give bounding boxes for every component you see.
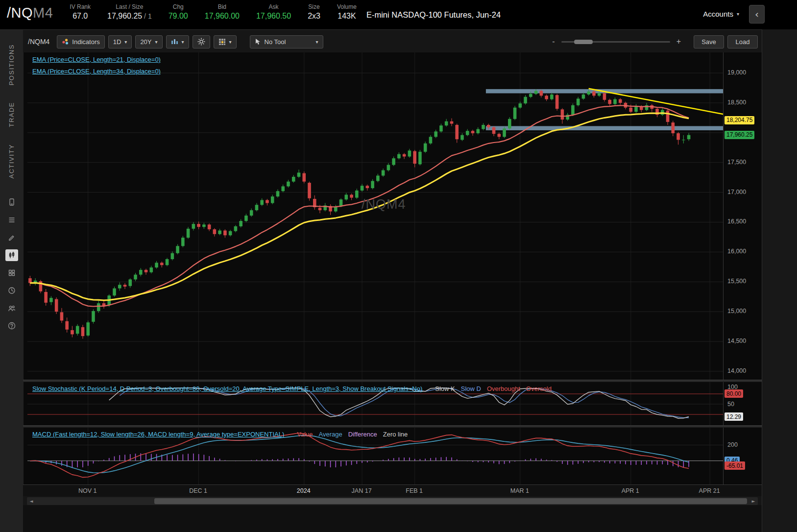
horizontal-scrollbar[interactable]: ◄ ► (27, 497, 758, 505)
stochastic-label[interactable]: Slow Stochastic (K Period=14, D Period=3… (32, 385, 422, 392)
quote-stat-chg: Chg79.00 (169, 3, 188, 21)
chevron-down-icon: ▾ (229, 39, 232, 45)
chart-toolbar: /NQM4 Indicators 1D▾ 20Y▾ ▾ ▾ No Tool ▾ (23, 30, 762, 52)
stoch-axis-label: 50 (727, 401, 734, 408)
price-bubble: 17,960.25 (725, 131, 754, 139)
x-axis-label: NOV 1 (71, 487, 104, 494)
quote-stat-volume: Volume143K (337, 3, 357, 21)
scroll-right-button[interactable]: ► (750, 498, 757, 505)
x-axis-label: 2024 (287, 487, 320, 494)
stat-value: 17,960.50 (256, 12, 291, 21)
legend-difference[interactable]: Difference (348, 431, 377, 438)
x-axis-label: JAN 17 (345, 487, 378, 494)
cursor-icon (255, 38, 261, 45)
macd-pane: MACD (Fast length=12, Slow length=26, MA… (23, 428, 762, 484)
quote-stat-ask: Ask17,960.50 (256, 3, 291, 21)
macd-label[interactable]: MACD (Fast length=12, Slow length=26, MA… (32, 431, 284, 438)
legend-slow-k[interactable]: Slow K (435, 385, 455, 392)
history-clock-icon[interactable] (5, 285, 18, 296)
y-axis-label: 17,500 (727, 159, 746, 166)
collapse-panel-button[interactable]: ‹ (749, 5, 765, 24)
stat-label: Last / Size (116, 3, 143, 10)
stat-value: 17,960.00 (205, 12, 240, 21)
scrollbar-thumb[interactable] (154, 498, 747, 504)
zoom-out-button[interactable]: - (551, 37, 556, 46)
macd-legend: ValueAverageDifferenceZero line (291, 430, 408, 438)
range-dropdown[interactable]: 20Y▾ (135, 35, 162, 48)
gear-icon (197, 38, 205, 46)
price-chart-canvas[interactable] (27, 52, 723, 380)
x-axis-label: DEC 1 (182, 487, 215, 494)
price-pane: EMA (Price=CLOSE, Length=21, Displace=0)… (23, 52, 762, 380)
sidebar-tab-activity[interactable]: ACTIVITY (8, 136, 15, 187)
zoom-control: - + (551, 37, 682, 46)
accounts-dropdown[interactable]: Accounts▾ (703, 10, 739, 18)
stat-label: Bid (218, 3, 226, 10)
y-axis-label: 14,500 (727, 338, 746, 344)
tool-label: No Tool (265, 38, 313, 46)
apps-grid-icon[interactable] (5, 267, 18, 279)
zoom-in-button[interactable]: + (675, 37, 682, 46)
stochastic-legend: Slow KSlow DOverboughtOversold (429, 384, 552, 393)
stat-value: 79.00 (169, 12, 188, 21)
ema21-label[interactable]: EMA (Price=CLOSE, Length=21, Displace=0) (32, 56, 161, 63)
legend-value[interactable]: Value (297, 431, 313, 438)
quote-stat-size: Size2x3 (308, 3, 320, 21)
chart-section: /NQM4 Indicators 1D▾ 20Y▾ ▾ ▾ No Tool ▾ (23, 29, 762, 532)
quote-stat-last-size: Last / Size17,960.25 / 1 (107, 3, 152, 21)
chevron-down-icon: ▾ (155, 39, 158, 45)
sidebar-tab-trade[interactable]: TRADE (8, 94, 15, 136)
chart-icon[interactable] (5, 249, 18, 261)
symbol-root: /NQ (7, 5, 33, 21)
indicators-label: Indicators (72, 38, 99, 46)
drawing-tool-dropdown[interactable]: No Tool ▾ (250, 35, 323, 48)
symbol-watermark: /NQM4 (362, 197, 406, 212)
accounts-label: Accounts (703, 10, 733, 18)
sidebar-tab-positions[interactable]: POSITIONS (8, 36, 15, 94)
zoom-slider[interactable] (561, 41, 670, 43)
legend-average[interactable]: Average (319, 431, 342, 438)
timeframe-dropdown[interactable]: 1D▾ (108, 35, 132, 48)
phone-icon[interactable] (5, 196, 18, 208)
y-axis-label: 14,000 (727, 367, 746, 374)
macd-axis-label: 200 (727, 441, 738, 448)
instrument-description: E-mini NASDAQ-100 Futures, Jun-24 (366, 10, 501, 20)
stochastic-header: Slow Stochastic (K Period=14, D Period=3… (32, 384, 552, 393)
y-axis-label: 17,000 (727, 189, 746, 195)
ledger-icon[interactable] (5, 214, 18, 226)
macd-axis: 2000.46-65.01 (723, 428, 762, 484)
help-icon[interactable] (5, 320, 18, 332)
symbol-title: /NQM4 (7, 5, 53, 21)
range-value: 20Y (140, 38, 151, 46)
stat-label: Volume (337, 3, 357, 10)
price-axis: 19,00018,50017,50017,00016,50016,00015,5… (723, 52, 762, 380)
stoch-bubble: 80.00 (725, 389, 743, 398)
y-axis-label: 16,500 (727, 218, 746, 225)
macd-header: MACD (Fast length=12, Slow length=26, MA… (32, 430, 408, 438)
macd-bubble: -65.01 (725, 461, 745, 470)
zoom-slider-thumb[interactable] (574, 40, 593, 44)
x-axis-label: FEB 1 (398, 487, 431, 494)
price-bubble: 18,204.75 (725, 116, 754, 124)
ema34-label[interactable]: EMA (Price=CLOSE, Length=34, Displace=0) (32, 68, 161, 75)
chevron-down-icon: ▾ (316, 39, 318, 45)
indicators-button[interactable]: Indicators (57, 35, 104, 48)
symbol-suffix: M4 (33, 5, 53, 21)
load-button[interactable]: Load (727, 35, 758, 48)
community-people-icon[interactable] (5, 302, 18, 314)
chart-settings-button[interactable] (193, 35, 210, 48)
chevron-down-icon: ▾ (124, 39, 127, 45)
grid-layout-dropdown[interactable]: ▾ (214, 35, 237, 48)
legend-overbought[interactable]: Overbought (487, 385, 520, 392)
save-button[interactable]: Save (694, 35, 724, 48)
drawing-icon[interactable] (5, 232, 18, 243)
timeframe-value: 1D (113, 38, 121, 46)
stoch-bubble: 12.29 (725, 412, 743, 421)
legend-oversold[interactable]: Oversold (526, 385, 552, 392)
legend-slow-d[interactable]: Slow D (461, 385, 481, 392)
legend-zero-line[interactable]: Zero line (383, 431, 408, 438)
chart-style-dropdown[interactable]: ▾ (166, 35, 189, 48)
scroll-left-button[interactable]: ◄ (28, 498, 35, 505)
time-axis: NOV 1DEC 12024JAN 17FEB 1MAR 1APR 1APR 2… (23, 484, 762, 496)
stat-value: 17,960.25 / 1 (107, 12, 152, 21)
